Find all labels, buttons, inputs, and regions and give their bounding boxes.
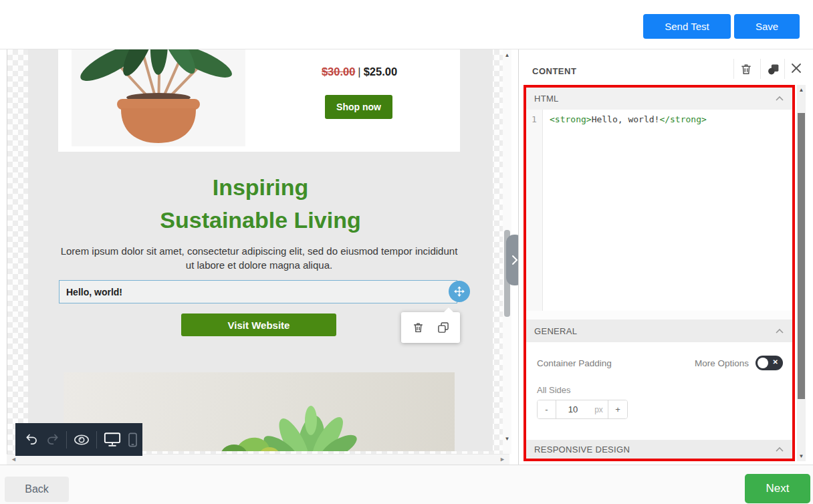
- code-text: Hello, world!: [592, 114, 660, 124]
- code-gutter: 1: [526, 110, 543, 311]
- chevron-up-icon[interactable]: [775, 328, 784, 334]
- scroll-down-icon[interactable]: ▼: [797, 453, 806, 459]
- panel-title: CONTENT: [532, 66, 576, 76]
- more-options-label: More Options: [695, 358, 749, 368]
- heading-line-1: Inspiring: [28, 171, 493, 204]
- section-gap: [526, 311, 792, 320]
- selected-html-block[interactable]: Hello, world!: [59, 280, 457, 303]
- html-code-editor[interactable]: 1 <strong>Hello, world!</strong>: [526, 110, 792, 311]
- toggle-knob: [758, 358, 768, 368]
- close-panel-icon[interactable]: [790, 62, 805, 77]
- email-heading: Inspiring Sustainable Living: [28, 171, 493, 237]
- padding-value-input[interactable]: [556, 400, 590, 418]
- panel-scrollbar[interactable]: ▲ ▼: [797, 85, 806, 461]
- product-price: $30.00|$25.00: [259, 66, 460, 78]
- more-options-control: More Options ✕: [695, 356, 783, 370]
- responsive-section-title: RESPONSIVE DESIGN: [534, 445, 630, 455]
- duplicate-content-icon[interactable]: [766, 62, 781, 77]
- undo-icon[interactable]: [25, 432, 39, 447]
- block-actions-popover: [401, 312, 460, 343]
- delete-block-icon[interactable]: [412, 321, 425, 334]
- chevron-up-icon[interactable]: [775, 447, 784, 453]
- redo-icon[interactable]: [45, 432, 60, 447]
- new-price: $25.00: [364, 66, 397, 78]
- heading-line-2: Sustainable Living: [28, 204, 493, 237]
- email-preview: $30.00|$25.00 Shop now Inspiring Sustain…: [28, 49, 493, 451]
- panel-scroll-thumb[interactable]: [798, 113, 805, 399]
- old-price: $30.00: [322, 66, 355, 78]
- header-separator: [760, 59, 761, 79]
- toolbar-separator: [96, 431, 97, 449]
- code-open-tag: <strong>: [550, 114, 592, 124]
- desktop-view-icon[interactable]: [104, 432, 121, 447]
- settings-panel: CONTENT HTML 1 <strong>Hello, world: [518, 49, 813, 465]
- visit-website-button[interactable]: Visit Website: [181, 313, 336, 336]
- drag-move-handle[interactable]: [449, 281, 470, 302]
- email-paragraph: Lorem ipsum dolor sit amet, consectetur …: [58, 244, 460, 272]
- shop-now-button[interactable]: Shop now: [325, 95, 392, 119]
- padding-increase-button[interactable]: +: [608, 400, 627, 418]
- chevron-up-icon[interactable]: [775, 96, 784, 102]
- send-test-button[interactable]: Send Test: [643, 14, 731, 39]
- general-section-header[interactable]: GENERAL: [526, 320, 792, 342]
- padding-unit-label: px: [590, 400, 608, 418]
- general-section-body: Container Padding More Options ✕ All Sid…: [526, 342, 792, 440]
- code-line: <strong>Hello, world!</strong>: [543, 110, 713, 311]
- line-number: 1: [532, 114, 537, 124]
- padding-stepper: - px +: [537, 400, 628, 419]
- header-separator: [733, 59, 734, 79]
- responsive-section-header[interactable]: RESPONSIVE DESIGN: [526, 440, 792, 459]
- save-button[interactable]: Save: [734, 14, 800, 39]
- code-close-tag: </strong>: [659, 114, 706, 124]
- container-padding-label: Container Padding: [537, 358, 612, 368]
- html-section-title: HTML: [534, 94, 559, 104]
- back-button[interactable]: Back: [5, 477, 69, 502]
- product-plant-image: [72, 49, 245, 146]
- toggle-off-icon: ✕: [773, 358, 778, 366]
- move-icon: [453, 285, 465, 297]
- toolbar-separator: [66, 431, 67, 449]
- scroll-right-icon[interactable]: ►: [499, 456, 505, 463]
- highlighted-settings-region: HTML 1 <strong>Hello, world!</strong> GE…: [524, 85, 795, 461]
- delete-content-icon[interactable]: [739, 62, 754, 77]
- product-card: $30.00|$25.00 Shop now: [58, 49, 460, 152]
- mobile-view-icon[interactable]: [128, 432, 138, 447]
- all-sides-label: All Sides: [537, 385, 571, 395]
- top-toolbar: Send Test Save: [0, 0, 813, 49]
- scroll-up-icon[interactable]: ▲: [503, 52, 511, 58]
- general-section-title: GENERAL: [534, 326, 577, 336]
- canvas-mini-toolbar: [15, 423, 142, 456]
- header-separator: [784, 59, 785, 79]
- scroll-up-icon[interactable]: ▲: [797, 87, 806, 93]
- preview-eye-icon[interactable]: [74, 434, 90, 446]
- more-options-toggle[interactable]: ✕: [756, 356, 783, 370]
- price-separator: |: [355, 66, 363, 78]
- email-canvas: $30.00|$25.00 Shop now Inspiring Sustain…: [0, 49, 518, 465]
- padding-decrease-button[interactable]: -: [538, 400, 556, 418]
- selected-block-text: Hello, world!: [66, 287, 122, 297]
- duplicate-block-icon[interactable]: [437, 321, 450, 334]
- next-button[interactable]: Next: [745, 474, 810, 503]
- scroll-down-icon[interactable]: ▼: [503, 436, 511, 442]
- bottom-navigation-bar: Back Next: [0, 465, 813, 504]
- scroll-left-icon[interactable]: ◄: [11, 456, 17, 463]
- html-section-header[interactable]: HTML: [526, 88, 792, 110]
